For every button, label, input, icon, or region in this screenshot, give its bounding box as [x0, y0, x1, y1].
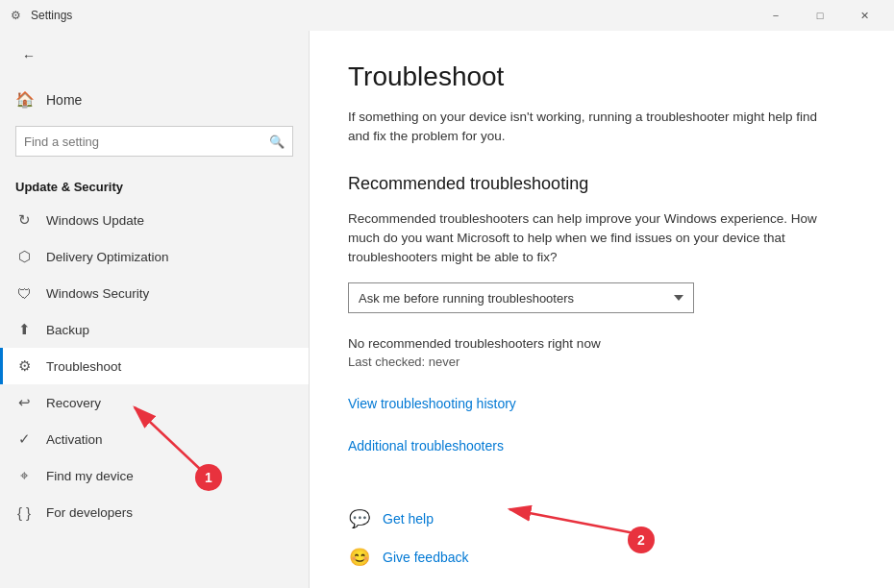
- for-developers-icon: { }: [15, 503, 33, 521]
- get-help-icon: 💬: [348, 507, 371, 530]
- content-area: Troubleshoot If something on your device…: [310, 31, 894, 588]
- search-button[interactable]: 🔍: [269, 135, 285, 149]
- back-button[interactable]: ←: [15, 42, 42, 69]
- sidebar-item-windows-security[interactable]: 🛡Windows Security: [0, 275, 309, 311]
- titlebar-controls: − □ ✕: [754, 0, 886, 31]
- settings-icon: ⚙: [8, 8, 23, 23]
- sidebar-item-backup[interactable]: ⬆Backup: [0, 311, 309, 348]
- sidebar: ← 🏠 Home 🔍 Update & Security ↻Windows Up…: [0, 31, 310, 588]
- get-help-item[interactable]: 💬 Get help: [348, 507, 856, 530]
- sidebar-item-label-windows-security: Windows Security: [46, 286, 149, 301]
- titlebar-title: Settings: [31, 9, 754, 22]
- sidebar-item-troubleshoot[interactable]: ⚙Troubleshoot: [0, 348, 309, 384]
- sidebar-item-label-recovery: Recovery: [46, 396, 101, 410]
- give-feedback-text[interactable]: Give feedback: [383, 550, 469, 565]
- maximize-button[interactable]: □: [798, 0, 842, 31]
- recommended-description: Recommended troubleshooters can help imp…: [348, 209, 829, 268]
- recommended-title: Recommended troubleshooting: [348, 174, 856, 194]
- sidebar-item-label-for-developers: For developers: [46, 505, 133, 520]
- sidebar-item-find-my-device[interactable]: ⌖Find my device: [0, 457, 309, 494]
- sidebar-item-activation[interactable]: ✓Activation: [0, 421, 309, 457]
- view-history-link[interactable]: View troubleshooting history: [348, 396, 516, 411]
- find-my-device-icon: ⌖: [15, 467, 33, 484]
- sidebar-nav-top: ←: [0, 31, 309, 81]
- no-troubleshooters-text: No recommended troubleshooters right now: [348, 336, 856, 351]
- home-icon: 🏠: [15, 90, 35, 109]
- minimize-button[interactable]: −: [754, 0, 798, 31]
- sidebar-item-label-find-my-device: Find my device: [46, 469, 134, 483]
- nav-items-container: ↻Windows Update⬡Delivery Optimization🛡Wi…: [0, 202, 309, 530]
- windows-update-icon: ↻: [15, 211, 33, 229]
- sidebar-item-for-developers[interactable]: { }For developers: [0, 494, 309, 530]
- backup-icon: ⬆: [15, 321, 33, 338]
- sidebar-item-label-delivery-optimization: Delivery Optimization: [46, 250, 169, 264]
- back-icon: ←: [22, 48, 36, 63]
- sidebar-item-label-backup: Backup: [46, 323, 89, 337]
- give-feedback-item[interactable]: 😊 Give feedback: [348, 546, 856, 569]
- troubleshoot-icon: ⚙: [15, 357, 33, 375]
- get-help-text[interactable]: Get help: [383, 511, 434, 527]
- last-checked-text: Last checked: never: [348, 355, 856, 369]
- windows-security-icon: 🛡: [15, 284, 33, 302]
- home-link[interactable]: 🏠 Home: [0, 81, 309, 118]
- sidebar-item-windows-update[interactable]: ↻Windows Update: [0, 202, 309, 238]
- activation-icon: ✓: [15, 430, 33, 448]
- dropdown-container: Ask me before running troubleshootersRun…: [348, 282, 856, 313]
- sidebar-item-label-troubleshoot: Troubleshoot: [46, 359, 121, 374]
- page-title: Troubleshoot: [348, 61, 856, 92]
- search-input[interactable]: [24, 135, 269, 149]
- sidebar-item-delivery-optimization[interactable]: ⬡Delivery Optimization: [0, 238, 309, 275]
- page-description: If something on your device isn't workin…: [348, 108, 829, 147]
- titlebar: ⚙ Settings − □ ✕: [0, 0, 894, 31]
- close-button[interactable]: ✕: [842, 0, 886, 31]
- delivery-optimization-icon: ⬡: [15, 248, 33, 265]
- give-feedback-icon: 😊: [348, 546, 371, 569]
- home-label: Home: [46, 92, 82, 108]
- additional-troubleshooters-link[interactable]: Additional troubleshooters: [348, 438, 504, 453]
- troubleshooter-dropdown[interactable]: Ask me before running troubleshootersRun…: [348, 282, 694, 313]
- sidebar-section-label: Update & Security: [0, 164, 309, 202]
- search-box: 🔍: [15, 126, 293, 157]
- help-section: 💬 Get help 😊 Give feedback: [348, 507, 856, 569]
- recovery-icon: ↩: [15, 394, 33, 411]
- sidebar-item-label-windows-update: Windows Update: [46, 213, 144, 228]
- sidebar-item-recovery[interactable]: ↩Recovery: [0, 384, 309, 421]
- main-container: ← 🏠 Home 🔍 Update & Security ↻Windows Up…: [0, 31, 894, 588]
- sidebar-item-label-activation: Activation: [46, 432, 103, 447]
